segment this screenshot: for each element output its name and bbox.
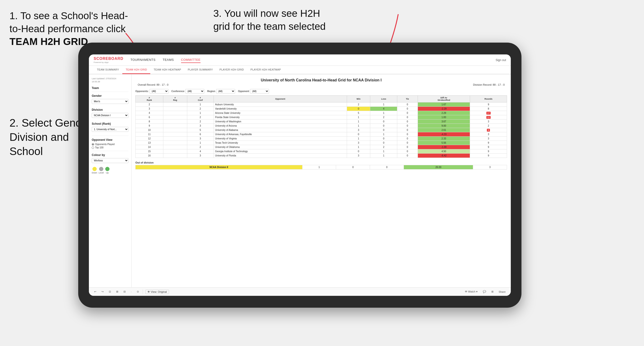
toolbar-watch[interactable]: 👁 Watch ▾ — [464, 289, 479, 294]
sign-out-button[interactable]: Sign out — [496, 58, 506, 62]
cell-reg — [163, 149, 187, 154]
tab-player-h2h-heatmap[interactable]: PLAYER H2H HEATMAP — [247, 66, 284, 74]
cell-rounds: 3 — [470, 120, 507, 124]
sidebar-timestamp: Last Updated: 27/03/2024 16:55:38 — [92, 77, 128, 83]
cell-opponent: Texas Tech University — [214, 141, 347, 145]
gender-select[interactable]: Men's Women's — [92, 99, 128, 104]
toolbar-redo[interactable]: ↪ — [100, 289, 105, 294]
toolbar-btn4[interactable]: ⊞ — [115, 289, 120, 294]
swatch-up — [105, 167, 110, 171]
cell-rank: 3 — [136, 107, 163, 111]
nav-teams[interactable]: TEAMS — [162, 57, 174, 63]
cell-win: 5 — [347, 111, 370, 115]
cell-reg — [163, 120, 187, 124]
cell-win: 3 — [347, 154, 370, 158]
division-record: Division Record: 88 - 17 - 0 — [473, 83, 505, 86]
out-of-division-label: Out of division — [135, 161, 507, 164]
cell-rank: 9 — [136, 124, 163, 128]
sub-nav: TEAM SUMMARY TEAM H2H GRID TEAM H2H HEAT… — [89, 66, 511, 74]
cell-rounds: 9 — [470, 154, 507, 158]
cell-opponent: University of Florida — [214, 154, 347, 158]
cell-diff: 3.67 — [418, 120, 470, 124]
cell-reg — [163, 154, 187, 158]
cell-loss: 1 — [370, 102, 397, 107]
col-loss: Loss — [370, 96, 397, 102]
cell-rank: 14 — [136, 145, 163, 149]
table-row: 14 2 University of Oklahoma 1 2 0 -1.00 … — [136, 145, 507, 149]
tab-team-h2h-grid[interactable]: TEAM H2H GRID — [122, 66, 150, 74]
tab-player-summary[interactable]: PLAYER SUMMARY — [184, 66, 216, 74]
toolbar-undo[interactable]: ↩ — [93, 289, 98, 294]
school-select[interactable]: 1. University of Nort... — [92, 127, 128, 132]
tab-team-summary[interactable]: TEAM SUMMARY — [94, 66, 122, 74]
cell-diff: 2.29 — [418, 111, 470, 115]
colour-by-select[interactable]: Win/loss — [92, 158, 128, 163]
toolbar-btn6[interactable]: · — [130, 290, 133, 294]
table-row: 13 1 Texas Tech University 3 0 0 5.56 9 — [136, 141, 507, 145]
table-row: 3 2 Vanderbilt University 0 4 0 -2.29 8 — [136, 107, 507, 111]
cell-opponent: Vanderbilt University — [214, 107, 347, 111]
table-row: 4 1 Arizona State University 5 1 0 2.29 … — [136, 111, 507, 115]
nav-committee[interactable]: COMMITTEE — [181, 57, 201, 63]
tab-player-h2h-grid[interactable]: PLAYER H2H GRID — [216, 66, 247, 74]
logo: SCOREBOARD — [94, 57, 124, 61]
team-label: Team — [92, 86, 128, 90]
cell-rank: 11 — [136, 132, 163, 137]
cell-opponent: University of Arkansas, Fayetteville — [214, 132, 347, 137]
cell-conf: 1 — [187, 141, 214, 145]
toolbar-comments[interactable]: 💬 — [482, 289, 488, 294]
tab-team-h2h-heatmap[interactable]: TEAM H2H HEATMAP — [150, 66, 184, 74]
cell-loss: 4 — [370, 107, 397, 111]
app-nav: SCOREBOARD Powered by clippi TOURNAMENTS… — [89, 54, 511, 66]
school-label: School (Rank) — [92, 122, 128, 125]
table-row: 8 2 University of Washington 1 0 0 3.67 … — [136, 120, 507, 124]
cell-opponent: Florida State University — [214, 115, 347, 120]
cell-conf: 3 — [187, 154, 214, 158]
cell-loss: 2 — [370, 115, 397, 120]
table-row: 9 3 University of Arizona 1 0 0 9.00 2 — [136, 124, 507, 128]
cell-rounds: 8 — [470, 128, 507, 132]
radio-opponents-played[interactable]: Opponents Played — [92, 143, 128, 146]
cell-rank: 12 — [136, 137, 163, 141]
tablet-frame: SCOREBOARD Powered by clippi TOURNAMENTS… — [78, 43, 522, 308]
cell-opponent: University of Oklahoma — [214, 145, 347, 149]
division-label: Division — [92, 108, 128, 112]
toolbar-view[interactable]: 👁 View: Original — [145, 290, 169, 294]
filter-conference[interactable]: (All) — [185, 89, 204, 93]
col-conf: #Conf — [187, 96, 214, 102]
filter-opponents[interactable]: (All) — [150, 89, 168, 93]
filter-opponent[interactable]: (All) — [250, 89, 269, 93]
toolbar-share[interactable]: Share — [497, 290, 507, 294]
table-row: 10 5 University of Alabama 3 0 0 2.61 8 — [136, 128, 507, 132]
cell-opponent: Auburn University — [214, 102, 347, 107]
logo-sub: Powered by clippi — [94, 61, 124, 63]
toolbar-layout[interactable]: ⊞ — [490, 289, 495, 294]
grid-title: University of North Carolina Head-to-Hea… — [135, 78, 507, 82]
division-select[interactable]: NCAA Division I NCAA Division II NCAA Di… — [92, 113, 128, 118]
cell-opponent: University of Arizona — [214, 124, 347, 128]
radio-top100[interactable]: Top 100 — [92, 146, 128, 149]
toolbar-btn5[interactable]: ⊟ — [122, 289, 127, 294]
cell-conf: 2 — [187, 107, 214, 111]
filter-region[interactable]: (All) — [216, 89, 235, 93]
nav-tournaments[interactable]: TOURNAMENTS — [130, 57, 156, 63]
toolbar-clock[interactable]: ⊙ — [135, 289, 140, 294]
toolbar-btn3[interactable]: ⊡ — [107, 289, 112, 294]
cell-opponent: University of Virginia — [214, 137, 347, 141]
cell-conf: 1 — [187, 102, 214, 107]
bottom-toolbar: ↩ ↪ ⊡ ⊞ ⊟ · ⊙ 👁 View: Original 👁 Watch ▾… — [89, 287, 511, 296]
out-of-division-table: NCAA Division II 1 0 0 26.00 3 — [135, 165, 507, 170]
out-of-division-row: NCAA Division II 1 0 0 26.00 3 — [136, 165, 507, 170]
table-row: 12 3 University of Virginia 1 0 0 2.33 3 — [136, 137, 507, 141]
cell-tie: 0 — [397, 154, 418, 158]
col-rounds: Rounds — [470, 96, 507, 102]
cell-rank: 10 — [136, 128, 163, 132]
table-row: 6 2 Florida State University 1 2 0 1.83 … — [136, 115, 507, 120]
cell-diff: 2.33 — [418, 137, 470, 141]
cell-win: 1 — [347, 120, 370, 124]
cell-tie: 0 — [397, 137, 418, 141]
nav-items: TOURNAMENTS TEAMS COMMITTEE — [130, 57, 496, 63]
cell-rank: 15 — [136, 149, 163, 154]
cell-conf: 6 — [187, 132, 214, 137]
cell-diff: -6.42 — [418, 154, 470, 158]
